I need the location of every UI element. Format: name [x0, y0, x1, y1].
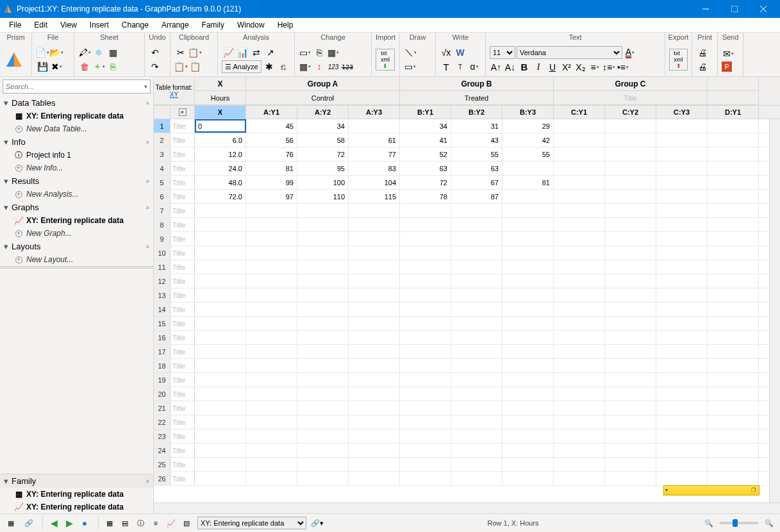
cell[interactable] — [349, 218, 400, 231]
cell[interactable] — [502, 260, 554, 274]
cell[interactable] — [708, 246, 759, 260]
sheet-table-icon[interactable]: ▦ — [4, 516, 18, 530]
cell[interactable] — [195, 345, 246, 358]
cell[interactable] — [554, 373, 605, 387]
sheet-selector[interactable]: XY: Entering replicate data — [197, 517, 306, 529]
cell[interactable]: 83 — [349, 162, 400, 175]
next-sheet-button[interactable]: ▶ — [62, 516, 76, 530]
maximize-button[interactable] — [720, 0, 749, 18]
list-button[interactable]: •≡▾ — [617, 61, 629, 74]
font-size-select[interactable]: 11 — [490, 46, 515, 59]
cell[interactable]: 43 — [451, 133, 502, 147]
transpose-button[interactable]: ⎘ — [313, 46, 326, 59]
cell[interactable] — [195, 373, 246, 387]
cell[interactable]: 45 — [246, 119, 297, 133]
row-number[interactable]: 23 — [154, 429, 170, 443]
row-title[interactable]: Title — [170, 133, 195, 147]
paste-button[interactable]: 📋▾ — [174, 60, 187, 73]
row-number[interactable]: 6 — [154, 190, 170, 203]
cell[interactable] — [349, 458, 400, 471]
cell[interactable] — [554, 133, 605, 147]
cell[interactable]: 41 — [400, 133, 451, 147]
cell[interactable] — [451, 401, 502, 415]
cell[interactable] — [554, 260, 605, 274]
analysis-options-button[interactable]: ⎌ — [277, 60, 290, 73]
select-all-corner[interactable] — [154, 106, 170, 119]
cell[interactable] — [656, 204, 708, 217]
link-icon[interactable]: 🔗 — [22, 516, 36, 530]
cell[interactable] — [554, 331, 605, 344]
cell[interactable] — [605, 246, 656, 260]
cell[interactable] — [246, 246, 297, 260]
family-item[interactable]: ▦XY: Entering replicate data — [0, 488, 153, 501]
cell[interactable] — [349, 444, 400, 457]
row-title[interactable]: Title — [170, 444, 195, 457]
cell[interactable] — [195, 444, 246, 457]
cell[interactable] — [554, 429, 605, 443]
record-button[interactable]: ● — [78, 516, 92, 530]
cell[interactable] — [349, 359, 400, 372]
cell[interactable] — [708, 162, 759, 175]
new-button[interactable]: 📄▾ — [36, 46, 49, 59]
group-title[interactable]: Title — [554, 91, 708, 105]
cell[interactable] — [708, 373, 759, 387]
regression-button[interactable]: ↗ — [264, 46, 277, 59]
cell[interactable] — [297, 232, 349, 245]
cell[interactable] — [451, 288, 502, 302]
group-title[interactable]: Control — [246, 91, 400, 105]
cell[interactable] — [349, 401, 400, 415]
cell[interactable] — [502, 331, 554, 344]
cell[interactable] — [349, 246, 400, 260]
cell[interactable]: 115 — [349, 190, 400, 203]
print-button[interactable]: 🖨 — [696, 46, 709, 59]
cell[interactable] — [297, 401, 349, 415]
cell[interactable] — [451, 458, 502, 471]
cell[interactable]: 99 — [246, 176, 297, 189]
cell[interactable] — [195, 288, 246, 302]
cell[interactable] — [349, 232, 400, 245]
compare-button[interactable]: ⇄ — [250, 46, 263, 59]
new-layouts[interactable]: +New Layout... — [0, 253, 153, 266]
row-number[interactable]: 26 — [154, 472, 170, 485]
cell[interactable] — [656, 274, 708, 288]
cell[interactable] — [708, 218, 759, 231]
draw-line-button[interactable]: ＼▾ — [404, 46, 417, 59]
paste-special-button[interactable]: 📋 — [188, 60, 201, 73]
cell[interactable] — [451, 317, 502, 330]
cell[interactable] — [195, 429, 246, 443]
sidebar-item[interactable]: ▦XY: Entering replicate data — [0, 110, 153, 122]
cell[interactable] — [605, 190, 656, 203]
table-format-corner[interactable]: Table format: XY — [154, 77, 195, 105]
cell[interactable] — [708, 444, 759, 457]
cell[interactable] — [297, 288, 349, 302]
cell[interactable] — [246, 387, 297, 401]
cell[interactable] — [400, 260, 451, 274]
cell[interactable] — [502, 288, 554, 302]
font-shrink-button[interactable]: A↓ — [504, 61, 517, 74]
menu-arrange[interactable]: Arrange — [155, 19, 195, 31]
cell[interactable]: 67 — [451, 176, 502, 189]
cell[interactable] — [451, 373, 502, 387]
row-title[interactable]: Title — [170, 147, 195, 161]
cell[interactable]: 6.0 — [195, 133, 246, 147]
cell[interactable]: 55 — [451, 147, 502, 161]
cut-button[interactable]: ✂ — [174, 46, 187, 59]
group-title[interactable] — [708, 91, 759, 105]
search-dropdown-icon[interactable]: ▾ — [144, 83, 147, 90]
cell[interactable] — [195, 246, 246, 260]
cell[interactable] — [297, 317, 349, 330]
cell[interactable] — [297, 303, 349, 316]
stats-button[interactable]: 📊 — [236, 46, 249, 59]
info-view-icon[interactable]: ⓘ — [133, 516, 147, 530]
cell[interactable] — [708, 232, 759, 245]
row-number[interactable]: 17 — [154, 345, 170, 358]
cell[interactable] — [605, 147, 656, 161]
cell[interactable] — [656, 119, 708, 133]
cell[interactable] — [502, 429, 554, 443]
print-preview-button[interactable]: 🖨 — [696, 60, 709, 73]
cell[interactable] — [554, 218, 605, 231]
delete-button[interactable]: 🗑 — [78, 60, 91, 73]
cell[interactable] — [502, 472, 554, 485]
cell[interactable] — [297, 458, 349, 471]
cell[interactable] — [451, 232, 502, 245]
